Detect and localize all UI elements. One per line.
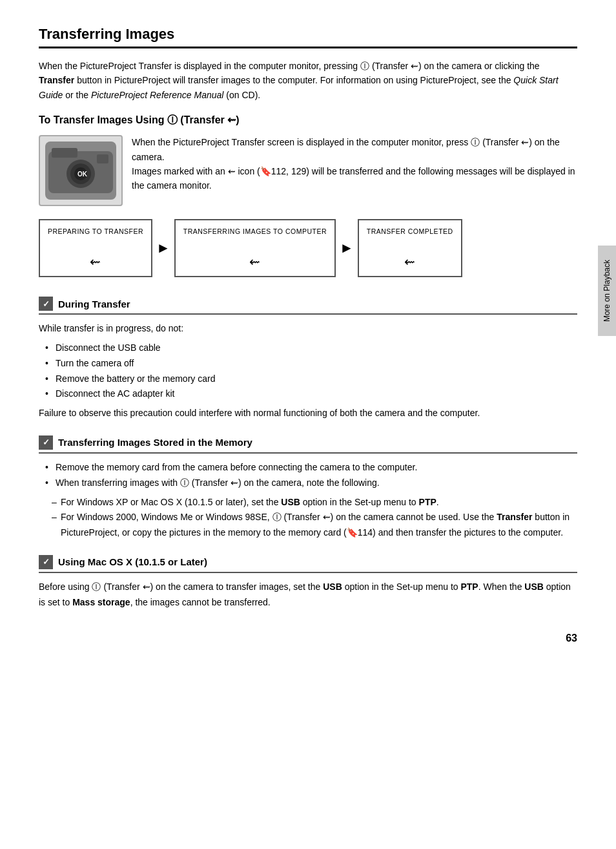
note-icon-2: ✓ [39,435,53,450]
list-item: Remove the battery or the memory card [45,372,577,387]
screen-box-preparing: PREPARING TO TRANSFER ⇜ [39,219,152,277]
page-number: 63 [566,633,577,644]
note-icon-3: ✓ [39,555,53,569]
wave-3: ⇜ [404,254,416,269]
ok-symbol: Ⓘ [360,61,369,71]
note-mac-header: ✓ Using Mac OS X (10.1.5 or Later) [39,555,577,573]
page-content: Transferring Images When the PictureProj… [0,0,616,664]
note-during-list: Disconnect the USB cable Turn the camera… [39,341,577,402]
note-memory: ✓ Transferring Images Stored in the Memo… [39,435,577,541]
sidebar-tab: More on Playback [598,246,616,336]
transfer-section: OK When the PictureProject Transfer scre… [39,135,577,206]
note-mac: ✓ Using Mac OS X (10.1.5 or Later) Befor… [39,555,577,611]
wave-2: ⇜ [249,254,261,269]
camera-svg: OK [45,142,116,200]
svg-text:OK: OK [77,171,88,178]
note-icon-1: ✓ [39,297,53,311]
list-item: Disconnect the AC adapter kit [45,386,577,402]
list-item: Disconnect the USB cable [45,341,577,356]
note-during-intro: While transfer is in progress, do not: [39,321,577,337]
intro-paragraph: When the PictureProject Transfer is disp… [39,59,577,102]
svg-rect-6 [97,154,108,163]
note-memory-sub-list: For Windows XP or Mac OS X (10.1.5 or la… [39,495,577,541]
note-title-3: Using Mac OS X (10.1.5 or Later) [58,556,207,567]
wave-symbol: ⇜ [411,61,418,71]
screen-box-completed: TRANSFER COMPLETED ⇜ [358,219,462,277]
list-item: Remove the memory card from the camera b… [45,460,577,476]
screen-box-transferring: TRANSFERRING IMAGES TO COMPUTER ⇜ [174,219,336,277]
note-memory-list: Remove the memory card from the camera b… [39,460,577,491]
list-item: When transferring images with Ⓘ (Transfe… [45,476,577,491]
arrow-2: ► [340,240,354,257]
sub-heading: To Transfer Images Using Ⓘ (Transfer ⇜) [39,114,577,127]
note-memory-header: ✓ Transferring Images Stored in the Memo… [39,435,577,454]
arrow-1: ► [156,240,170,257]
note-mac-text: Before using Ⓘ (Transfer ⇜) on the camer… [39,580,577,611]
wave-1: ⇜ [90,254,101,269]
note-during-transfer: ✓ During Transfer While transfer is in p… [39,297,577,421]
note-during-body: While transfer is in progress, do not: D… [39,321,577,421]
note-memory-body: Remove the memory card from the camera b… [39,460,577,541]
transfer-bold: Transfer [39,75,74,85]
screen-flow: PREPARING TO TRANSFER ⇜ ► TRANSFERRING I… [39,219,577,277]
note-mac-body: Before using Ⓘ (Transfer ⇜) on the camer… [39,580,577,611]
pictureproject-ref: PictureProject Reference Manual [91,90,223,100]
screen-label-2: TRANSFERRING IMAGES TO COMPUTER [183,227,327,236]
note-during-header: ✓ During Transfer [39,297,577,315]
transfer-description: When the PictureProject Transfer screen … [132,135,577,206]
list-item: Turn the camera off [45,356,577,372]
note-during-footer: Failure to observe this precaution could… [39,406,577,421]
page-title: Transferring Images [39,26,577,48]
screen-label-3: TRANSFER COMPLETED [367,227,453,236]
svg-rect-1 [52,148,77,158]
note-title-1: During Transfer [58,299,130,309]
sub-list-item: For Windows 2000, Windows Me or Windows … [52,510,577,541]
screen-label-1: PREPARING TO TRANSFER [48,227,143,236]
sidebar-label: More on Playback [602,260,611,322]
sub-list-item: For Windows XP or Mac OS X (10.1.5 or la… [52,495,577,510]
camera-image: OK [39,135,123,206]
camera-body: OK [45,142,116,200]
note-title-2: Transferring Images Stored in the Memory [58,437,252,448]
